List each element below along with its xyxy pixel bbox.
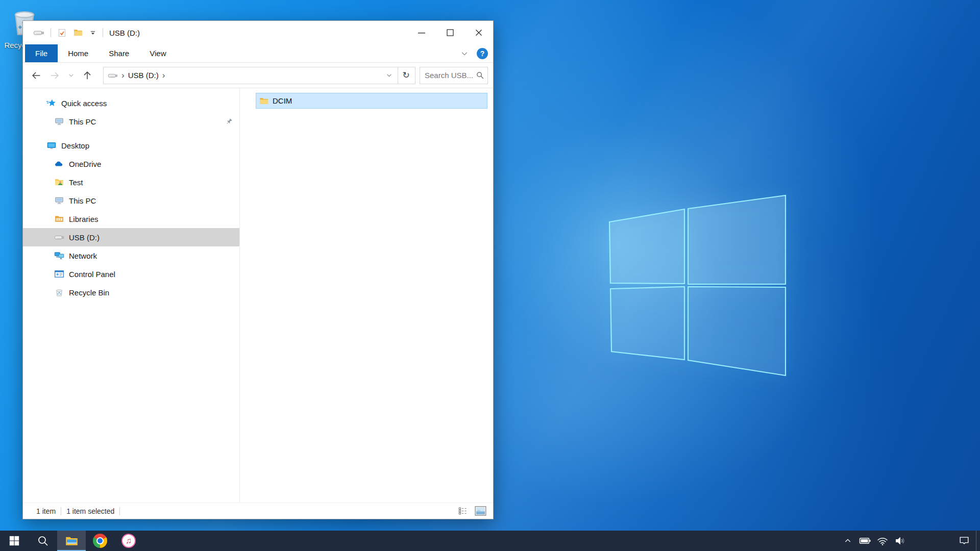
sidebar-item-label: Recycle Bin (69, 288, 109, 297)
tab-view[interactable]: View (139, 44, 176, 62)
sidebar-item-label: Network (69, 252, 97, 260)
forward-arrow-icon (49, 70, 60, 81)
sidebar-item-label: Control Panel (69, 270, 115, 279)
usb-drive-icon (33, 27, 44, 38)
volume-icon[interactable] (891, 531, 909, 551)
quick-access-toolbar (33, 27, 103, 38)
tab-share[interactable]: Share (99, 44, 139, 62)
sidebar-item-recycle-bin[interactable]: Recycle Bin (23, 283, 239, 302)
help-button[interactable]: ? (477, 48, 488, 59)
refresh-icon: ↻ (402, 70, 409, 81)
new-folder-icon[interactable] (73, 28, 83, 38)
sidebar-item-icon (54, 232, 64, 242)
breadcrumb-chevron: › (118, 70, 128, 81)
back-arrow-icon (31, 70, 42, 81)
sidebar-item-usb-d[interactable]: USB (D:) (23, 228, 239, 246)
sidebar-item-icon (46, 140, 57, 151)
sidebar-item-label: OneDrive (69, 160, 101, 168)
taskbar-itunes-button[interactable]: ♫ (114, 531, 143, 551)
itunes-icon: ♫ (121, 534, 136, 548)
sidebar-item-icon (54, 159, 64, 169)
status-separator (119, 507, 120, 515)
sidebar-item-label: USB (D:) (69, 233, 100, 242)
taskbar: ♫ (0, 531, 980, 551)
file-explorer-window: USB (D:) ? File Home Share (22, 20, 494, 519)
windows-logo (607, 194, 787, 378)
minimize-button[interactable] (407, 21, 436, 44)
window-title: USB (D:) (109, 29, 140, 37)
sidebar-item-icon (54, 269, 64, 279)
tab-file[interactable]: File (25, 44, 58, 62)
up-button[interactable] (78, 67, 96, 84)
sidebar-item-icon (54, 214, 64, 224)
sidebar-item-test[interactable]: Test (23, 173, 239, 191)
show-desktop-button[interactable] (976, 531, 980, 551)
wifi-icon[interactable] (874, 531, 891, 551)
recent-locations-button[interactable] (64, 67, 78, 84)
status-bar: 1 item 1 item selected (23, 503, 493, 519)
sidebar-item-quick-access[interactable]: Quick access (23, 94, 239, 112)
usb-drive-icon (108, 70, 118, 81)
taskbar-chrome-button[interactable] (86, 531, 114, 551)
pin-icon (225, 117, 233, 126)
tab-home[interactable]: Home (58, 44, 99, 62)
battery-icon[interactable] (856, 531, 874, 551)
view-toggle-buttons (458, 506, 486, 516)
sidebar-item-label: Test (69, 178, 83, 187)
breadcrumb-segment[interactable]: USB (D:) (128, 71, 159, 80)
title-bar: USB (D:) (23, 21, 493, 44)
ribbon-tab-bar: ? File Home Share View (23, 44, 493, 63)
start-button[interactable] (0, 531, 29, 551)
file-explorer-icon (65, 534, 79, 548)
sidebar-item-icon (54, 195, 64, 206)
toolbar-separator (51, 28, 51, 37)
sidebar-item-label: Quick access (61, 99, 107, 108)
folder-icon (259, 96, 269, 106)
caption-buttons (407, 21, 493, 44)
sidebar-item-desktop[interactable]: Desktop (23, 136, 239, 155)
sidebar-item-icon (46, 98, 57, 108)
address-dropdown-chevron-icon[interactable] (386, 72, 393, 79)
sidebar-item-label: Libraries (69, 215, 99, 223)
sidebar-item-label: Desktop (61, 141, 89, 150)
sidebar-item-network[interactable]: Network (23, 246, 239, 265)
hidden-icons-chevron-icon[interactable] (839, 531, 856, 551)
search-icon[interactable] (476, 71, 484, 80)
sidebar-item-icon (54, 116, 64, 127)
sidebar-item-control-panel[interactable]: Control Panel (23, 265, 239, 283)
file-name: DCIM (273, 96, 292, 105)
details-view-button[interactable] (458, 506, 468, 516)
search-input[interactable] (425, 71, 476, 80)
search-box[interactable] (420, 67, 488, 84)
expand-ribbon-chevron-down-icon[interactable] (460, 49, 469, 58)
system-tray (839, 531, 980, 551)
sidebar-item-this-pc[interactable]: This PC (23, 112, 239, 131)
properties-check-icon[interactable] (57, 28, 67, 38)
back-button[interactable] (27, 67, 45, 84)
navigation-pane: Quick access This PC Desktop (23, 88, 240, 503)
toolbar-separator (103, 28, 103, 37)
address-bar: › USB (D:) › ↻ (23, 63, 493, 88)
selection-count: 1 item selected (66, 507, 114, 515)
sidebar-item-onedrive[interactable]: OneDrive (23, 155, 239, 173)
sidebar-item-this-pc[interactable]: This PC (23, 191, 239, 210)
ribbon-right-controls: ? (460, 44, 488, 63)
sidebar-item-icon (54, 251, 64, 261)
action-center-button[interactable] (951, 531, 976, 551)
taskbar-search-button[interactable] (29, 531, 57, 551)
forward-button[interactable] (45, 67, 64, 84)
action-center-icon (959, 535, 970, 546)
large-thumbnails-view-button[interactable] (475, 506, 486, 516)
items-count: 1 item (36, 507, 56, 515)
taskbar-file-explorer-button[interactable] (57, 531, 86, 551)
tray-spacer (909, 531, 951, 551)
refresh-button[interactable]: ↻ (398, 67, 414, 84)
windows-start-icon (9, 535, 20, 546)
file-dcim[interactable]: DCIM (256, 93, 487, 109)
close-button[interactable] (464, 21, 493, 44)
sidebar-item-libraries[interactable]: Libraries (23, 210, 239, 228)
maximize-button[interactable] (436, 21, 464, 44)
customize-toolbar-caret-icon[interactable] (89, 29, 96, 36)
file-list-pane[interactable]: DCIM (240, 88, 493, 503)
address-box[interactable]: › USB (D:) › ↻ (103, 67, 415, 84)
